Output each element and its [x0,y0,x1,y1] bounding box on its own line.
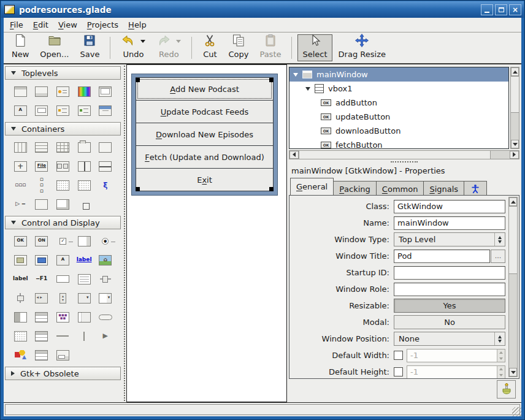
design-canvas[interactable]: Add New PodcastUpdate Podcast FeedsDownl… [126,64,287,402]
design-button-exit[interactable]: Exit [136,168,274,191]
palette-item-text-view[interactable] [78,272,91,286]
tree-item-mainWindow[interactable]: mainWindow [289,67,508,82]
palette-item-tree-view[interactable] [35,310,48,324]
palette-item-spin-button[interactable] [78,234,91,248]
save-button[interactable]: Save [75,34,104,61]
resize-grip[interactable] [512,407,521,416]
palette-section-gtk-obsolete[interactable]: Gtk+ Obsolete [5,367,121,380]
palette-item-window[interactable] [14,85,27,98]
selection-handle[interactable] [269,187,274,191]
tree-item-addButton[interactable]: OKaddButton [289,96,508,110]
palette-item-layout[interactable] [56,178,69,192]
palette-item-tree-list[interactable] [35,348,48,362]
design-button-fetch[interactable]: Fetch (Update and Download) [136,145,274,169]
tab-common[interactable]: Common [376,181,424,195]
cut-button[interactable]: Cut [197,34,222,61]
undo-button[interactable]: Undo [116,34,150,61]
palette-item-combo-box[interactable]: ▾ [78,291,91,305]
design-button-download[interactable]: Download New Episodes [136,123,274,146]
palette-item-drawing-area[interactable]: ▲ [14,348,27,362]
default-height-spin-enable-checkbox[interactable] [394,367,403,376]
palette-section-containers[interactable]: Containers [5,122,121,136]
palette-item-dialog[interactable] [35,85,48,98]
palette-item-hbox[interactable] [14,140,27,154]
resizable-toggle[interactable]: Yes [394,299,505,313]
palette-item-hbutton-box[interactable]: ▫▫▫ [14,178,27,192]
palette-item-table[interactable] [56,140,69,154]
window-type-combo[interactable]: Top Level [394,232,505,246]
palette-item-list[interactable] [35,329,48,343]
palette-item-radio-button[interactable]: ● [102,234,109,248]
palette-item-scrolled-window[interactable] [35,197,48,211]
scroll-down-button[interactable] [509,368,517,376]
palette-item-vscrollbar[interactable]: ▴ ▾ [59,291,66,305]
design-window-mainwindow[interactable]: Add New PodcastUpdate Podcast FeedsDownl… [132,74,277,195]
name-entry[interactable]: mainWindow [394,216,505,230]
scroll-left-button[interactable] [289,151,299,159]
window-position-combo[interactable]: None [394,332,505,346]
apply-style-button[interactable] [497,380,516,399]
palette-item-handle-box[interactable]: ξ [103,178,107,192]
palette-item-expander[interactable]: ▷ ‒ [14,197,27,211]
class-entry[interactable]: GtkWindow [394,200,505,213]
tab-accessibility[interactable] [464,181,487,195]
modal-toggle[interactable]: No [394,315,505,329]
palette-item-frame[interactable] [99,140,112,154]
palette-item-arrow[interactable]: ▶ [99,329,112,343]
palette-item-fixed[interactable]: + [14,159,27,173]
palette-item-recent-chooser-dialog[interactable] [56,104,69,117]
open-button[interactable]: Open... [35,34,74,61]
tab-signals[interactable]: Signals [423,181,464,195]
copy-button[interactable]: Copy [223,34,253,61]
minimize-button[interactable] [481,4,493,15]
palette-section-control-and-display[interactable]: Control and Display [5,216,121,229]
expander-icon[interactable] [305,87,310,91]
tab-general[interactable]: General [290,178,334,195]
palette-item-horizontal-separator[interactable] [99,310,112,324]
close-button[interactable]: × [509,4,521,15]
menu-edit[interactable]: Edit [28,19,53,31]
menu-view[interactable]: View [53,19,82,31]
palette-item-alignment[interactable] [78,197,91,211]
tree-item-downloadButton[interactable]: OKdownloadButton [289,124,508,138]
menu-file[interactable]: File [5,19,28,31]
window-title-entry-more-button[interactable]: ... [491,250,505,263]
tree-item-updateButton[interactable]: OKupdateButton [289,110,508,124]
tree-horizontal-scrollbar[interactable] [289,150,519,159]
palette-item-hpaned[interactable] [78,159,91,173]
palette-item-entry[interactable] [56,272,69,286]
scroll-down-button[interactable] [511,140,519,148]
scrollbar-thumb[interactable] [510,76,519,113]
default-width-spin-enable-checkbox[interactable] [394,351,403,360]
palette-item-statusbar[interactable] [56,348,69,362]
palette-item-toggle-button[interactable]: ON [35,234,48,248]
palette-item-about-dialog[interactable] [78,104,91,117]
palette-section-toplevels[interactable]: Toplevels [5,66,121,80]
tree-item-fetchButton[interactable]: OKfetchButton [289,138,508,149]
palette-item-icon-view[interactable] [78,178,91,192]
properties-vertical-scrollbar[interactable] [508,197,518,377]
new-button[interactable]: New [7,34,34,61]
menu-help[interactable]: Help [123,19,151,31]
palette-item-color-button[interactable] [35,253,48,267]
expander-icon[interactable] [293,73,298,77]
palette-item-color-selection-dialog[interactable] [78,85,91,98]
palette-item-vbutton-box[interactable]: ▫ ▫ ▫ [35,178,48,192]
scrollbar-thumb[interactable] [299,150,491,159]
palette-item-calendar[interactable] [14,329,27,343]
palette-item-vscale[interactable] [14,291,27,305]
palette-item-check-button[interactable]: ✓ [59,234,66,248]
palette-item-notebook[interactable] [78,140,91,154]
scroll-right-button[interactable] [510,151,519,159]
maximize-button[interactable] [495,4,507,15]
palette-item-menu-bar[interactable]: File [35,159,48,173]
palette-item-toolbar[interactable] [56,159,69,173]
select-button[interactable]: Select [297,34,332,61]
palette-item-viewport[interactable] [56,197,69,211]
design-button-update[interactable]: Update Podcast Feeds [136,100,274,123]
selection-handle[interactable] [269,78,274,82]
palette-item-assistant[interactable] [99,104,112,117]
palette-item-link-button[interactable]: label [77,253,92,267]
properties-splitter[interactable] [289,159,519,164]
tab-packing[interactable]: Packing [333,181,377,195]
